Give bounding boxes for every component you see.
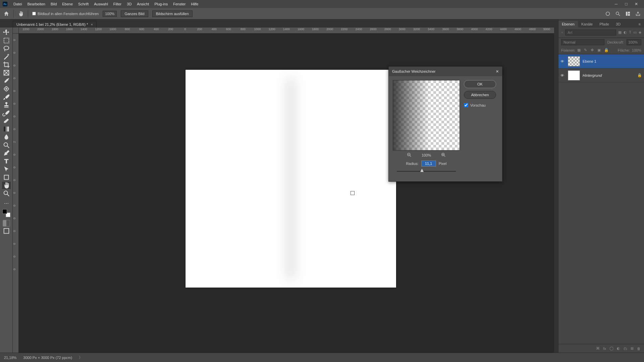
layer-name[interactable]: Ebene 1 [583, 59, 596, 63]
frame-tool[interactable] [2, 69, 11, 76]
menu-schrift[interactable]: Schrift [75, 1, 91, 7]
layer-name[interactable]: Hintergrund [583, 73, 602, 77]
crop-tool[interactable] [2, 61, 11, 68]
status-doc-info[interactable]: 3000 Px × 3000 Px (72 ppcm) [23, 356, 72, 360]
layer-row[interactable]: 👁Ebene 1 [558, 54, 644, 68]
pen-tool[interactable] [2, 149, 11, 157]
stamp-tool[interactable] [2, 101, 11, 109]
brush-tool[interactable] [2, 93, 11, 101]
menu-bild[interactable]: Bild [48, 1, 59, 7]
lock-position-icon[interactable]: ✥ [591, 48, 595, 53]
dialog-titlebar[interactable]: Gaußscher Weichzeichner ✕ [389, 67, 502, 76]
window-close-button[interactable]: ✕ [631, 2, 641, 6]
tab-paths[interactable]: Pfade [596, 21, 612, 27]
menu-3d[interactable]: 3D [124, 1, 134, 7]
lock-all-icon[interactable]: 🔒 [604, 48, 609, 53]
preview-checkbox[interactable]: Vorschau [464, 103, 496, 107]
new-group-icon[interactable]: 🗀 [624, 347, 627, 351]
ok-button[interactable]: OK [464, 80, 496, 88]
add-mask-icon[interactable]: ◯ [609, 346, 613, 351]
hand-tool[interactable] [2, 182, 11, 189]
layer-row[interactable]: 👁Hintergrund🔒 [558, 68, 644, 82]
close-icon[interactable]: × [91, 22, 93, 26]
visibility-eye-icon[interactable]: 👁 [560, 73, 565, 77]
blur-tool[interactable] [2, 133, 11, 141]
type-tool[interactable] [2, 158, 11, 165]
eyedropper-tool[interactable] [2, 77, 11, 84]
blend-mode-select[interactable]: Normal [561, 39, 604, 45]
lock-transparent-icon[interactable]: ▦ [577, 48, 582, 53]
link-layers-icon[interactable]: ⌘ [596, 346, 600, 351]
window-minimize-button[interactable]: ─ [611, 2, 621, 6]
cloud-icon[interactable] [605, 11, 610, 16]
document-tab[interactable]: Unbenannt-1 bei 21,2% (Ebene 1, RGB/8) *… [13, 21, 97, 27]
menu-ebene[interactable]: Ebene [59, 1, 75, 7]
window-maximize-button[interactable]: □ [621, 2, 631, 6]
menu-filter[interactable]: Filter [111, 1, 124, 7]
zoom-out-icon[interactable] [407, 153, 412, 158]
hand-tool-icon[interactable] [18, 11, 24, 17]
visibility-eye-icon[interactable]: 👁 [560, 59, 565, 63]
history-brush-tool[interactable] [2, 109, 11, 117]
menu-fenster[interactable]: Fenster [170, 1, 188, 7]
fill-input[interactable]: 100% [632, 48, 641, 52]
tab-3d[interactable]: 3D [612, 21, 624, 27]
radius-slider[interactable] [397, 169, 456, 174]
fit-whole-image-button[interactable]: Ganzes Bild [121, 10, 148, 17]
new-adjustment-icon[interactable]: ◐ [617, 346, 620, 351]
home-icon[interactable] [3, 11, 9, 17]
menu-plugins[interactable]: Plug-ins [152, 1, 170, 7]
menu-hilfe[interactable]: Hilfe [188, 1, 201, 7]
wand-tool[interactable] [2, 53, 11, 60]
delete-layer-icon[interactable]: 🗑 [637, 347, 641, 351]
filter-shape-icon[interactable]: ▭ [633, 30, 637, 35]
new-layer-icon[interactable]: ⊞ [631, 346, 634, 351]
zoom-in-icon[interactable] [441, 153, 446, 158]
dialog-preview[interactable] [393, 80, 460, 150]
move-tool[interactable] [2, 29, 11, 36]
lock-pixels-icon[interactable]: ✎ [584, 48, 589, 53]
quickmask-toggle[interactable] [3, 220, 10, 227]
filter-smart-icon[interactable]: ◈ [639, 30, 641, 35]
screenmode-icon[interactable] [2, 227, 11, 235]
lasso-tool[interactable] [2, 45, 11, 52]
foreground-color[interactable] [2, 209, 7, 214]
path-select-tool[interactable] [2, 166, 11, 173]
search-icon[interactable] [615, 11, 621, 16]
share-icon[interactable] [635, 11, 641, 16]
cancel-button[interactable]: Abbrechen [464, 91, 496, 99]
dodge-tool[interactable] [2, 141, 11, 149]
layer-filter-input[interactable] [565, 29, 616, 36]
edit-toolbar-icon[interactable]: ⋯ [2, 200, 11, 207]
tab-channels[interactable]: Kanäle [578, 21, 596, 27]
filter-adjust-icon[interactable]: ◐ [624, 30, 627, 35]
filter-type-icon[interactable]: T [629, 30, 631, 35]
opacity-input[interactable]: 100% [627, 39, 641, 45]
scroll-all-windows-input[interactable] [32, 12, 36, 15]
gradient-tool[interactable] [2, 125, 11, 133]
marquee-tool[interactable] [2, 37, 11, 44]
menu-auswahl[interactable]: Auswahl [91, 1, 111, 7]
status-more-icon[interactable]: 〉 [79, 355, 83, 360]
rectangle-tool[interactable] [2, 174, 11, 181]
layer-fx-icon[interactable]: fx [603, 347, 606, 351]
tab-layers[interactable]: Ebenen [558, 21, 578, 27]
layer-thumbnail[interactable] [568, 70, 580, 80]
zoom-field[interactable]: 100% [103, 11, 117, 17]
menu-ansicht[interactable]: Ansicht [134, 1, 152, 7]
slider-thumb[interactable] [420, 169, 424, 172]
filter-pixel-icon[interactable]: ▦ [618, 30, 622, 35]
vertical-ruler[interactable]: 0000000020000000000 [13, 34, 19, 353]
lock-artboard-icon[interactable]: ▣ [597, 48, 602, 53]
preview-checkbox-input[interactable] [464, 103, 468, 107]
healing-tool[interactable] [2, 85, 11, 93]
radius-input[interactable] [421, 161, 436, 167]
dialog-close-icon[interactable]: ✕ [496, 69, 499, 74]
canvas[interactable] [185, 70, 396, 288]
horizontal-ruler[interactable]: 2200200018001600140012001000800600400200… [19, 27, 554, 34]
scroll-all-windows-checkbox[interactable]: Bildlauf in allen Fenstern durchführen [32, 12, 99, 16]
zoom-tool[interactable] [2, 190, 11, 197]
status-zoom[interactable]: 21,18% [4, 356, 16, 360]
layer-thumbnail[interactable] [568, 56, 580, 66]
workspace-icon[interactable] [625, 11, 631, 16]
